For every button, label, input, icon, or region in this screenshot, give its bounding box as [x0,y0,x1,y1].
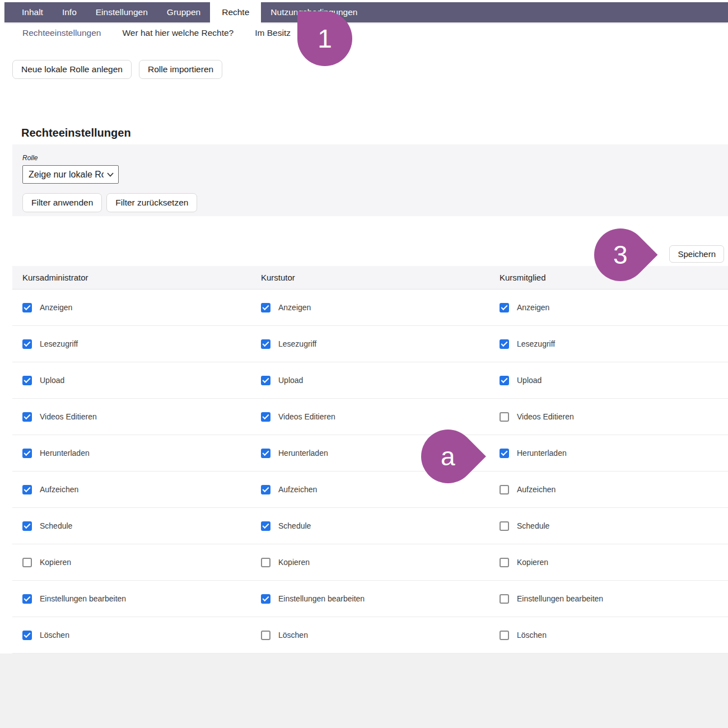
checkbox-icon [22,303,32,312]
permission-label: Herunterladen [40,449,90,458]
permission-checkbox-col2-row9[interactable]: Löschen [489,631,728,640]
permission-checkbox-col0-row7[interactable]: Kopieren [12,558,251,567]
permission-checkbox-col2-row1[interactable]: Lesezugriff [489,339,728,349]
checkbox-icon [500,449,509,458]
role-filter-select-wrap: Zeige nur lokale Rc [22,165,119,184]
checkbox-icon [261,485,270,494]
permission-checkbox-col1-row2[interactable]: Upload [251,376,489,385]
checkbox-icon [500,521,509,531]
table-row: Upload Upload Upload [12,362,728,399]
checkbox-icon [261,594,270,604]
role-filter-select[interactable]: Zeige nur lokale Rc [23,166,118,183]
permission-label: Anzeigen [278,303,311,312]
permission-label: Videos Editieren [278,412,335,421]
table-row: Einstellungen bearbeiten Einstellungen b… [12,581,728,617]
permission-label: Kopieren [517,558,548,567]
permission-checkbox-col2-row0[interactable]: Anzeigen [489,303,728,312]
column-header-kursadministrator: Kursadministrator [12,273,251,282]
permission-checkbox-col2-row5[interactable]: Aufzeichen [489,485,728,494]
role-filter-label: Rolle [22,154,38,162]
tab-rechte[interactable]: Rechte [210,0,261,25]
permission-checkbox-col0-row0[interactable]: Anzeigen [12,303,251,312]
checkbox-icon [500,631,509,640]
permission-checkbox-col2-row4[interactable]: Herunterladen [489,449,728,458]
table-row: Schedule Schedule Schedule [12,508,728,544]
permission-checkbox-col1-row3[interactable]: Videos Editieren [251,412,489,422]
permission-checkbox-col2-row2[interactable]: Upload [489,376,728,385]
permission-label: Anzeigen [517,303,549,312]
permission-label: Herunterladen [278,449,328,458]
filter-buttons: Filter anwenden Filter zurücksetzen [22,193,197,212]
checkbox-icon [500,412,509,422]
permission-label: Anzeigen [40,303,72,312]
permission-checkbox-col1-row1[interactable]: Lesezugriff [251,339,489,349]
permission-label: Kopieren [278,558,310,567]
checkbox-icon [22,521,32,531]
import-role-button[interactable]: Rolle importieren [139,60,222,79]
checkbox-icon [500,376,509,385]
permission-label: Videos Editieren [40,412,97,421]
permission-label: Upload [517,376,542,385]
table-row: Lesezugriff Lesezugriff Lesezugriff [12,326,728,362]
checkbox-icon [261,521,270,531]
permission-label: Videos Editieren [517,412,574,421]
permission-checkbox-col1-row5[interactable]: Aufzeichen [251,485,489,494]
checkbox-icon [22,594,32,604]
table-row: Aufzeichen Aufzeichen Aufzeichen [12,472,728,508]
permission-label: Aufzeichen [278,485,317,494]
permission-checkbox-col2-row6[interactable]: Schedule [489,521,728,531]
permission-label: Löschen [517,631,547,640]
permission-label: Aufzeichen [517,485,556,494]
role-actions: Neue lokale Rolle anlegen Rolle importie… [12,60,222,79]
permission-label: Schedule [517,521,549,530]
permission-checkbox-col1-row6[interactable]: Schedule [251,521,489,531]
permission-checkbox-col1-row0[interactable]: Anzeigen [251,303,489,312]
checkbox-icon [22,485,32,494]
checkbox-icon [261,376,270,385]
permission-checkbox-col2-row8[interactable]: Einstellungen bearbeiten [489,594,728,604]
permission-checkbox-col0-row5[interactable]: Aufzeichen [12,485,251,494]
tab-info[interactable]: Info [53,2,86,22]
subnav-im-besitz[interactable]: Im Besitz [255,28,291,38]
apply-filter-button[interactable]: Filter anwenden [22,193,102,212]
permission-label: Einstellungen bearbeiten [40,594,126,603]
permission-label: Einstellungen bearbeiten [517,594,603,603]
permission-checkbox-col0-row3[interactable]: Videos Editieren [12,412,251,422]
subnav-wer-hat-welche-rechte[interactable]: Wer hat hier welche Rechte? [122,28,234,38]
subnav-rechteeinstellungen[interactable]: Rechteeinstellungen [22,28,101,38]
subnav: Rechteeinstellungen Wer hat hier welche … [22,28,291,38]
permission-label: Aufzeichen [40,485,78,494]
callout-step-1-label: 1 [318,26,332,52]
tab-inhalt[interactable]: Inhalt [12,2,53,22]
table-row: Kopieren Kopieren Kopieren [12,544,728,581]
permission-checkbox-col1-row7[interactable]: Kopieren [251,558,489,567]
permission-label: Lesezugriff [40,339,78,348]
permission-checkbox-col0-row4[interactable]: Herunterladen [12,449,251,458]
tab-gruppen[interactable]: Gruppen [157,2,210,22]
reset-filter-button[interactable]: Filter zurücksetzen [106,193,197,212]
permission-label: Einstellungen bearbeiten [278,594,365,603]
callout-step-1: 1 [297,11,352,66]
permission-checkbox-col0-row1[interactable]: Lesezugriff [12,339,251,349]
permission-checkbox-col1-row8[interactable]: Einstellungen bearbeiten [251,594,489,604]
permission-label: Lesezugriff [278,339,316,348]
permission-checkbox-col0-row8[interactable]: Einstellungen bearbeiten [12,594,251,604]
permission-checkbox-col0-row9[interactable]: Löschen [12,631,251,640]
permission-checkbox-col1-row9[interactable]: Löschen [251,631,489,640]
checkbox-icon [261,558,270,567]
checkbox-icon [22,339,32,349]
permission-label: Löschen [278,631,308,640]
permission-checkbox-col0-row6[interactable]: Schedule [12,521,251,531]
page: Inhalt Info Einstellungen Gruppen Rechte… [0,0,728,728]
checkbox-icon [22,558,32,567]
tab-einstellungen[interactable]: Einstellungen [86,2,157,22]
permission-checkbox-col0-row2[interactable]: Upload [12,376,251,385]
checkbox-icon [261,412,270,422]
permission-label: Lesezugriff [517,339,555,348]
checkbox-icon [22,449,32,458]
permission-checkbox-col2-row7[interactable]: Kopieren [489,558,728,567]
permission-checkbox-col2-row3[interactable]: Videos Editieren [489,412,728,422]
new-local-role-button[interactable]: Neue lokale Rolle anlegen [12,60,132,79]
footer-strip [0,654,728,728]
save-button[interactable]: Speichern [669,245,724,263]
